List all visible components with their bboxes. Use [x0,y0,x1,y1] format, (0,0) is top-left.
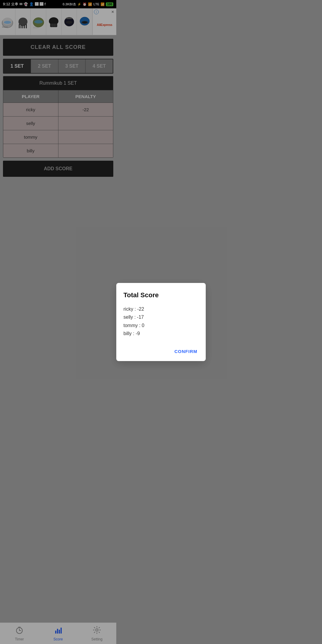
modal-overlay: Total Score ricky : -22 selly : -17 tomm… [0,0,116,252]
